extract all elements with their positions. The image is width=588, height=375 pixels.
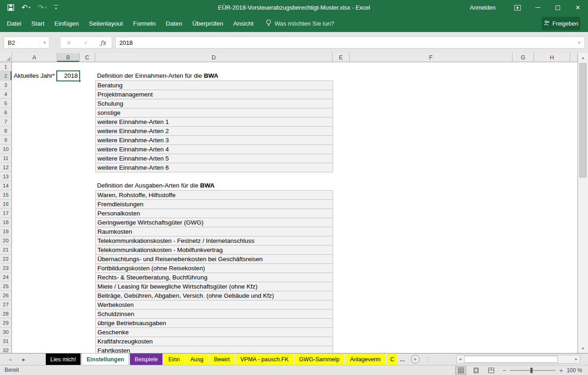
row-header-15[interactable]: 15 <box>0 190 11 199</box>
cell-D23[interactable]: Fortbildungskosten (ohne Reisekosten) <box>95 263 333 273</box>
cell-D12[interactable]: weitere Einnahme-Arten 6 <box>95 163 333 172</box>
sheet-tab-anlageverm[interactable]: Anlageverm <box>345 354 385 365</box>
row-header-17[interactable]: 17 <box>0 209 11 218</box>
row-header-1[interactable]: 1 <box>0 62 11 71</box>
zoom-slider[interactable] <box>510 370 556 371</box>
row-header-25[interactable]: 25 <box>0 282 11 291</box>
cell-D8[interactable]: weitere Einnahme-Arten 2 <box>95 126 333 136</box>
sheet-tab-c[interactable]: C <box>387 354 397 365</box>
cell-D19[interactable]: Raumkosten <box>95 227 333 236</box>
row-header-8[interactable]: 8 <box>0 126 11 135</box>
selected-cell-B2[interactable]: 2018 <box>56 70 80 81</box>
cell-D2-einnahmen-title[interactable]: Definition der Einnahmen-Arten für die B… <box>97 71 218 80</box>
zoom-in-button[interactable]: + <box>559 367 563 374</box>
add-sheet-button[interactable]: + <box>411 355 420 364</box>
cell-D26[interactable]: Beiträge, Gebühren, Abgaben, Versich. (o… <box>95 291 333 300</box>
cell-D27[interactable]: Werbekosten <box>95 300 333 310</box>
row-header-29[interactable]: 29 <box>0 318 11 327</box>
name-box[interactable]: B2 ▾ <box>4 37 49 48</box>
horizontal-scrollbar-thumb[interactable] <box>464 356 558 363</box>
row-header-5[interactable]: 5 <box>0 99 11 108</box>
ribbon-tab-einfügen[interactable]: Einfügen <box>49 15 84 32</box>
row-header-14[interactable]: 14 <box>0 181 11 190</box>
row-header-6[interactable]: 6 <box>0 108 11 117</box>
column-header-D[interactable]: D <box>95 53 333 62</box>
scroll-up-icon[interactable]: ▲ <box>578 53 588 62</box>
cell-D32[interactable]: Fahrtkosten <box>95 346 333 353</box>
scroll-right-icon[interactable]: ► <box>573 355 580 363</box>
row-header-21[interactable]: 21 <box>0 245 11 254</box>
row-header-20[interactable]: 20 <box>0 236 11 245</box>
name-box-caret-icon[interactable]: ▾ <box>40 37 49 48</box>
row-header-19[interactable]: 19 <box>0 227 11 236</box>
cell-D15[interactable]: Waren, Rohstoffe, Hilfsstoffe <box>95 190 333 200</box>
vertical-scrollbar-thumb[interactable] <box>579 63 587 177</box>
fill-handle[interactable] <box>78 80 81 82</box>
zoom-level[interactable]: 100 % <box>566 367 582 374</box>
zoom-slider-thumb[interactable] <box>530 368 533 373</box>
cell-D3[interactable]: Beratung <box>95 80 333 90</box>
sheet-tab-beispiele[interactable]: Beispiele <box>130 354 162 365</box>
sheet-tab-bewirt[interactable]: Bewirt <box>210 354 235 365</box>
row-header-22[interactable]: 22 <box>0 254 11 263</box>
horizontal-scrollbar[interactable]: ◄ ► <box>456 355 580 364</box>
share-button[interactable]: Freigeben <box>542 17 580 30</box>
column-header-H[interactable]: H <box>534 53 570 62</box>
row-header-9[interactable]: 9 <box>0 135 11 145</box>
cell-D10[interactable]: weitere Einnahme-Arten 4 <box>95 145 333 154</box>
cell-D4[interactable]: Projektmanagement <box>95 90 333 99</box>
cell-D5[interactable]: Schulung <box>95 99 333 108</box>
row-header-11[interactable]: 11 <box>0 154 11 163</box>
select-all-corner[interactable] <box>0 53 12 62</box>
sign-in-link[interactable]: Anmelden <box>470 5 507 11</box>
insert-function-icon[interactable]: ƒx <box>95 37 112 48</box>
maximize-button[interactable] <box>548 0 568 15</box>
sheet-tab-vpma-pausch-fk[interactable]: VPMA - pausch.FK <box>236 354 293 365</box>
row-header-4[interactable]: 4 <box>0 90 11 99</box>
cell-D31[interactable]: Kraftfahrzeugkosten <box>95 337 333 346</box>
cell-D20[interactable]: Telekommunikationskosten - Festnetz / In… <box>95 236 333 246</box>
row-header-28[interactable]: 28 <box>0 309 11 318</box>
row-header-24[interactable]: 24 <box>0 273 11 282</box>
cell-D28[interactable]: Schuldzinsen <box>95 309 333 319</box>
cell-D22[interactable]: Übernachtungs- und Reisenebenkosten bei … <box>95 254 333 264</box>
cell-D16[interactable]: Fremdleistungen <box>95 199 333 209</box>
row-header-23[interactable]: 23 <box>0 263 11 273</box>
vertical-scrollbar[interactable]: ▲ ▼ <box>577 53 588 353</box>
normal-view-button[interactable] <box>455 366 466 375</box>
sheet-tab-einn[interactable]: Einn <box>164 354 184 365</box>
sheet-tab-einstellungen[interactable]: Einstellungen <box>82 354 129 365</box>
cell-D14-ausgaben-title[interactable]: Definition der Ausgaben-Arten für die BW… <box>97 181 215 190</box>
row-header-26[interactable]: 26 <box>0 291 11 300</box>
ribbon-display-options-button[interactable] <box>507 0 528 15</box>
sheet-tab-lies-mich-[interactable]: Lies mich! <box>46 354 81 365</box>
formula-input[interactable]: 2018 ˅ <box>115 37 585 48</box>
more-sheets-indicator[interactable]: ... <box>398 354 407 365</box>
horizontal-scrollbar-track[interactable] <box>464 355 573 363</box>
sheet-tab-gwg-sammelp[interactable]: GWG-Sammelp <box>295 354 344 365</box>
row-header-27[interactable]: 27 <box>0 300 11 309</box>
column-header-A[interactable]: A <box>12 53 57 62</box>
cell-D24[interactable]: Rechts- & Steuerberatung, Buchführung <box>95 273 333 282</box>
tab-scroll-right-icon[interactable]: ▸ <box>17 354 30 365</box>
ribbon-tab-ansicht[interactable]: Ansicht <box>228 15 259 32</box>
ribbon-tab-daten[interactable]: Daten <box>161 15 187 32</box>
row-header-7[interactable]: 7 <box>0 117 11 126</box>
row-header-3[interactable]: 3 <box>0 80 11 90</box>
row-header-10[interactable]: 10 <box>0 145 11 154</box>
ribbon-tab-start[interactable]: Start <box>27 15 50 32</box>
column-header-C[interactable]: C <box>80 53 95 62</box>
minimize-button[interactable] <box>528 0 548 15</box>
row-header-16[interactable]: 16 <box>0 199 11 209</box>
cell-A2[interactable]: Aktuelles Jahr* <box>12 71 57 80</box>
cell-D6[interactable]: sonstige <box>95 108 333 118</box>
sheet-canvas[interactable]: Aktuelles Jahr* 2018 Definition der Einn… <box>12 62 577 353</box>
ribbon-tab-überprüfen[interactable]: Überprüfen <box>187 15 228 32</box>
ribbon-tab-formeln[interactable]: Formeln <box>128 15 161 32</box>
cell-D7[interactable]: weitere Einnahme-Arten 1 <box>95 117 333 127</box>
column-header-B[interactable]: B <box>57 53 80 62</box>
scroll-down-icon[interactable]: ▼ <box>578 344 588 353</box>
column-header-E[interactable]: E <box>333 53 350 62</box>
zoom-out-button[interactable]: − <box>502 367 506 374</box>
cell-D25[interactable]: Miete / Leasing für bewegliche Wirtschaf… <box>95 282 333 291</box>
